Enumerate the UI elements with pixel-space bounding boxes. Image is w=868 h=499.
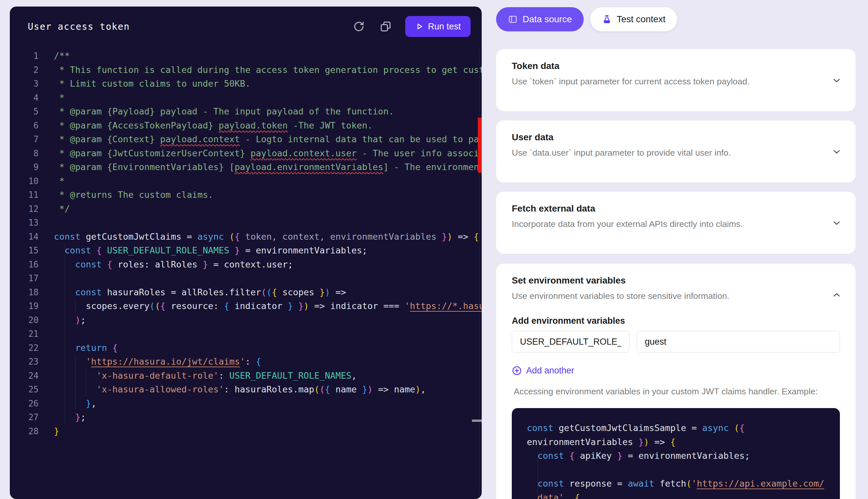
card-description: Incorporate data from your external APIs… xyxy=(512,219,743,229)
code-token: } xyxy=(617,451,622,461)
code-line: 25 'x-hasura-allowed-roles': hasuraRoles… xyxy=(10,382,482,397)
code-token: } xyxy=(362,384,367,394)
code-token: const xyxy=(65,245,91,255)
add-another-button[interactable]: Add another xyxy=(512,366,574,376)
code-line: 2 * This function is called during the a… xyxy=(10,63,482,77)
code-line: 11 * @returns The custom claims. xyxy=(10,188,482,202)
line-number: 4 xyxy=(10,91,39,105)
code-token: fetch xyxy=(654,478,686,488)
line-number: 15 xyxy=(10,244,39,258)
code-line: 12 */ xyxy=(10,202,482,216)
code-token: ; xyxy=(80,412,86,422)
indent-guide xyxy=(65,397,65,411)
run-test-button[interactable]: Run test xyxy=(405,16,470,37)
code-token: ( xyxy=(155,301,160,311)
card-fetch-external-data[interactable]: Fetch external data Incorporate data fro… xyxy=(496,192,856,254)
indent-guide xyxy=(538,463,538,477)
code-line: 6 * @param {AccessTokenPayload} payload.… xyxy=(10,119,482,133)
code-token: = context.user; xyxy=(208,259,293,269)
code-area[interactable]: 1/**2 * This function is called during t… xyxy=(10,49,482,499)
card-title: Fetch external data xyxy=(512,203,595,214)
card-title: Token data xyxy=(512,61,559,71)
indent-guide xyxy=(65,299,65,313)
code-token: } xyxy=(288,301,293,311)
refresh-button[interactable] xyxy=(352,19,366,34)
code-token: } xyxy=(319,287,325,297)
code-line: 16 const { roles: allRoles } = context.u… xyxy=(10,258,482,272)
tab-data-source[interactable]: Data source xyxy=(496,7,584,32)
code-token: 'x-hasura-allowed-roles' xyxy=(97,384,224,394)
code-line: 18 const hasuraRoles = allRoles.filter((… xyxy=(10,285,482,300)
indent-guide xyxy=(65,369,65,383)
code-token: , xyxy=(420,384,426,394)
code-token xyxy=(54,356,86,367)
code-token: { xyxy=(575,492,580,499)
indent-guide xyxy=(65,258,65,272)
code-token: https://*.hasura.app/api xyxy=(410,301,482,312)
line-number: 6 xyxy=(10,119,39,133)
code-token: const xyxy=(75,259,102,269)
code-token: ( xyxy=(686,478,692,488)
code-token: USER_DEFAULT_ROLE_NAMES xyxy=(102,245,234,255)
expand-button[interactable] xyxy=(831,146,842,157)
tab-test-context[interactable]: Test context xyxy=(590,7,677,32)
code-token: apiKey xyxy=(575,451,617,461)
code-token xyxy=(293,301,298,311)
code-token: roles: allRoles xyxy=(112,259,203,269)
expand-button[interactable] xyxy=(831,218,842,228)
line-number: 2 xyxy=(10,63,39,77)
indent-guide xyxy=(65,285,65,300)
code-line: environmentVariables }) => { xyxy=(527,435,825,449)
code-token: } xyxy=(442,232,447,242)
env-value-input[interactable] xyxy=(637,331,840,353)
line-number: 10 xyxy=(10,174,39,188)
line-number: 7 xyxy=(10,132,39,146)
code-token: async xyxy=(702,423,728,433)
indent-guide xyxy=(65,244,65,258)
code-token: const xyxy=(75,287,102,297)
code-token: => xyxy=(330,287,346,297)
code-token: async xyxy=(197,232,224,242)
code-token: ) xyxy=(644,437,649,447)
indent-guide xyxy=(65,341,65,355)
code-token: const xyxy=(538,478,564,488)
collapse-button[interactable] xyxy=(831,290,842,300)
code-token: ( xyxy=(266,287,272,297)
code-line: 13 xyxy=(10,216,482,230)
card-set-environment-variables: Set environment variables Use environmen… xyxy=(496,264,856,499)
indent-guide xyxy=(86,369,86,383)
card-title: Set environment variables xyxy=(512,275,626,286)
env-key-input[interactable] xyxy=(512,331,629,353)
code-token: ' xyxy=(86,356,91,367)
code-token xyxy=(729,423,734,433)
line-number: 19 xyxy=(10,299,39,313)
column-ruler xyxy=(479,49,479,499)
code-token xyxy=(224,232,229,242)
code-line: 24 'x-hasura-default-role': USER_DEFAULT… xyxy=(10,369,482,383)
horizontal-scrollbar[interactable] xyxy=(472,419,482,422)
copy-button[interactable] xyxy=(378,19,393,34)
add-another-label: Add another xyxy=(526,366,574,376)
code-token: : xyxy=(245,356,256,367)
code-token: } xyxy=(235,245,240,255)
code-token: - The user info associated with the toke… xyxy=(357,148,482,158)
code-token: indicator xyxy=(229,301,288,311)
code-token: response = xyxy=(564,478,628,488)
code-token: https://api.example.com/ xyxy=(697,478,824,489)
code-line: 28} xyxy=(10,424,482,438)
code-token: * Limit custom claims to under 50KB. xyxy=(54,78,250,89)
code-token: } xyxy=(298,301,304,311)
code-line: 3 * Limit custom claims to under 50KB. xyxy=(10,77,482,91)
code-line: 10 * xyxy=(10,174,482,188)
code-token: { xyxy=(112,343,118,353)
card-token-data[interactable]: Token data Use `token` input parameter f… xyxy=(496,49,856,111)
line-number: 20 xyxy=(10,313,39,327)
code-token: , xyxy=(91,398,97,409)
line-number: 24 xyxy=(10,369,39,383)
card-user-data[interactable]: User data Use `data.user` input paramete… xyxy=(496,120,856,182)
code-token: ) xyxy=(367,384,373,394)
code-token: resource: xyxy=(165,301,224,311)
expand-button[interactable] xyxy=(831,75,842,86)
code-line: 5 * @param {Payload} payload - The input… xyxy=(10,105,482,119)
add-env-variables-label: Add environment variables xyxy=(512,316,625,326)
